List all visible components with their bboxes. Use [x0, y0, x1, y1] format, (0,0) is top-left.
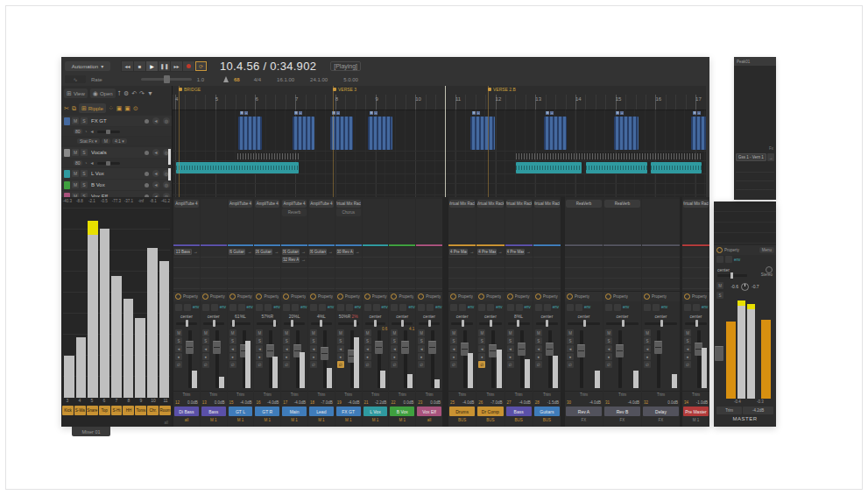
pan-value[interactable]: center: [201, 313, 227, 320]
fader-thumb[interactable]: [321, 347, 328, 360]
loop-button[interactable]: ⟳: [195, 61, 207, 71]
strip-fx-button[interactable]: [175, 304, 182, 311]
record-arm-icon[interactable]: [145, 172, 149, 176]
track-name-tag[interactable]: Dr Comp: [477, 407, 503, 416]
pan-value[interactable]: center: [173, 313, 200, 320]
phase-button[interactable]: ∅: [391, 361, 398, 368]
play-button[interactable]: ▶: [146, 61, 158, 71]
track-name-tag[interactable]: GT R: [255, 407, 279, 416]
solo-button[interactable]: S: [684, 337, 691, 344]
strip-env-button[interactable]: [614, 304, 621, 311]
track-mute-button[interactable]: M: [72, 117, 79, 124]
phase-button[interactable]: ∅: [256, 361, 263, 368]
mute-button[interactable]: M: [283, 329, 290, 336]
monitor-speaker-icon[interactable]: ◄: [507, 345, 514, 352]
strip-env-button[interactable]: [292, 304, 299, 311]
strip-env-button[interactable]: [516, 304, 523, 311]
send-slot[interactable]: 24 Pre Mast→: [506, 248, 532, 255]
drum-track-tag[interactable]: Top: [99, 406, 110, 415]
fader-area[interactable]: [212, 328, 227, 391]
redo-icon[interactable]: ↷: [139, 90, 145, 97]
solo-button[interactable]: S: [644, 337, 651, 344]
track-name-tag[interactable]: Main: [282, 407, 307, 416]
track-mute-button[interactable]: M: [72, 181, 79, 188]
pan-thumb[interactable]: [622, 320, 625, 327]
track-solo-button[interactable]: S: [81, 149, 88, 156]
strip-property-row[interactable]: Property: [335, 291, 362, 301]
pan-value[interactable]: center: [448, 313, 476, 320]
mute-button[interactable]: M: [202, 329, 209, 336]
pan-thumb[interactable]: [660, 320, 663, 327]
send-slot[interactable]: 32 Rev A→: [282, 256, 307, 263]
volume-db-value[interactable]: -4.0dB: [589, 400, 601, 405]
drum-track-tag[interactable]: Snare: [87, 406, 98, 415]
trim-label[interactable]: Trim: [308, 391, 335, 399]
fader-area[interactable]: [653, 328, 680, 391]
record-arm-icon[interactable]: ●: [450, 353, 457, 360]
master-fader[interactable]: [715, 346, 723, 361]
channel-strip-fx-gt[interactable]: Virtual Mix RackChorus30 Rev A→Propertye…: [335, 199, 362, 427]
phase-button[interactable]: ∅: [450, 361, 457, 368]
phase-button[interactable]: ∅: [364, 361, 371, 368]
fader-thumb[interactable]: [518, 343, 526, 356]
strip-env-button[interactable]: [487, 304, 494, 311]
strip-env-button[interactable]: [544, 304, 551, 311]
send-slot[interactable]: 24 Pre Mast→: [449, 248, 475, 255]
channel-strip-rev-b[interactable]: ReaVerbPropertyenvcenterMS◄●∅Trim31-4.0d…: [603, 199, 641, 427]
record-arm-icon[interactable]: [145, 151, 149, 155]
monitor-speaker-icon[interactable]: ◄: [229, 345, 236, 352]
fx-icon[interactable]: ◎: [163, 117, 170, 124]
trim-label[interactable]: Trim: [228, 391, 254, 399]
mixer-tab[interactable]: Mixer 01: [72, 427, 110, 436]
folder-icon[interactable]: ▣: [116, 105, 123, 112]
record-arm-icon[interactable]: ●: [684, 353, 691, 360]
send-slot[interactable]: 26 Guitars→: [282, 248, 307, 255]
monitor-speaker-icon[interactable]: ◄: [535, 345, 542, 352]
trim-label[interactable]: Trim: [254, 391, 280, 399]
strip-env-button[interactable]: [211, 304, 218, 311]
track-fx-mode[interactable]: Stat Fx ▾: [77, 138, 100, 144]
fx-icon[interactable]: ◎: [163, 181, 170, 188]
fader-area[interactable]: [265, 328, 280, 391]
strip-env-button[interactable]: [238, 304, 245, 311]
trim-label[interactable]: Trim: [533, 391, 561, 399]
monitor-speaker-icon[interactable]: ◄: [684, 345, 691, 352]
strip-fx-button[interactable]: [684, 304, 691, 311]
fx-slot[interactable]: Virtual Mix Rack: [534, 200, 560, 208]
pan-thumb[interactable]: [213, 320, 215, 327]
volume-db-value[interactable]: -4.0dB: [240, 400, 251, 405]
record-arm-icon[interactable]: ●: [507, 353, 514, 360]
fx-slot[interactable]: ReaVerb: [566, 200, 602, 208]
audio-clip[interactable]: [586, 162, 647, 173]
track-name-tag[interactable]: Di Bass: [174, 407, 199, 416]
record-arm-icon[interactable]: ●: [202, 353, 209, 360]
strip-property-row[interactable]: Property: [448, 291, 476, 301]
channel-strip-guitars[interactable]: Virtual Mix RackPropertyenvcenterMS◄●∅Tr…: [533, 199, 561, 427]
volume-db-value[interactable]: 0.0dB: [667, 400, 678, 405]
record-arm-icon[interactable]: ●: [364, 353, 371, 360]
arrange-area[interactable]: BRIDGEVERSE 3VERSE 2.B 45678910111213141…: [173, 86, 706, 197]
drum-track-tag[interactable]: Chr.: [147, 406, 159, 415]
record-arm-icon[interactable]: ●: [256, 353, 263, 360]
strip-fx-button[interactable]: [256, 304, 263, 311]
mute-button[interactable]: M: [391, 329, 398, 336]
record-arm-icon[interactable]: ●: [418, 353, 425, 360]
solo-button[interactable]: S: [364, 337, 371, 344]
channel-strip-b-vox[interactable]: PropertyenvcenterMS◄●∅4.1Trim220.0dBB Vo…: [389, 199, 415, 427]
fader-thumb[interactable]: [401, 341, 409, 354]
mute-button[interactable]: M: [364, 329, 371, 336]
pan-slider[interactable]: [603, 320, 641, 328]
solo-button[interactable]: S: [310, 337, 317, 344]
fader-area[interactable]: [293, 328, 307, 391]
automation-dots-icon[interactable]: ⁘: [109, 105, 114, 112]
track-name-tag[interactable]: Drums: [449, 407, 475, 416]
fader-area[interactable]: [694, 328, 709, 391]
track-name-tag[interactable]: GT L: [229, 407, 253, 416]
channel-strip-vox-eff[interactable]: PropertyenvcenterMS◄●∅Trim230.0dBVox Eff…: [416, 199, 442, 427]
volume-db-value[interactable]: 0.0dB: [430, 400, 441, 405]
fader-area[interactable]: [320, 328, 335, 391]
rate-slider-thumb[interactable]: [164, 75, 170, 83]
pan-value[interactable]: center: [476, 313, 504, 320]
fx-slot[interactable]: Virtual Mix Rack: [506, 200, 532, 208]
pan-slider[interactable]: [281, 320, 307, 328]
